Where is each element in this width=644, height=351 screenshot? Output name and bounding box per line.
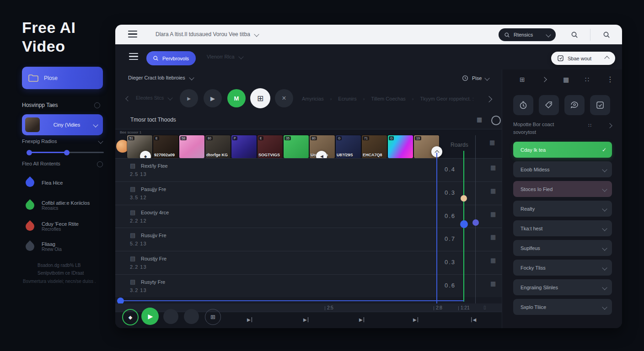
templates-info-icon[interactable] xyxy=(94,102,100,108)
range-slider-handle-min[interactable] xyxy=(27,150,32,155)
skip-back-button[interactable]: ▶ xyxy=(471,317,476,322)
dots-grid-icon[interactable]: ∷ xyxy=(585,76,589,83)
search-button-label: Pervbrovols xyxy=(162,56,189,61)
skip-forward-button[interactable]: ▶ xyxy=(303,317,308,322)
chevron-down-icon xyxy=(602,285,607,290)
profile-select-button[interactable]: Ciny (Vidies xyxy=(22,114,103,135)
sidebar-item-free[interactable]: Flea Hice xyxy=(26,178,63,187)
spark-icon: ◆ xyxy=(129,314,132,320)
sidebar-item-rate[interactable]: Cduy 'Fece Rtite Recrofles xyxy=(26,221,79,232)
style-option[interactable]: Sxplo Tliice xyxy=(513,299,612,315)
spark-button[interactable]: ◆ xyxy=(122,309,139,325)
camera-grid-button[interactable]: ⊞ xyxy=(205,309,221,325)
search-scope-label: Rtensics xyxy=(514,32,543,37)
skip-forward-button[interactable]: ▶ xyxy=(359,317,364,322)
style-option[interactable]: Suplfeus xyxy=(513,240,612,256)
keyframe-dot-indigo[interactable] xyxy=(472,219,479,226)
search-button[interactable]: Pervbrovols xyxy=(146,51,196,65)
style-option-highlight[interactable]: Stoces Io Fied xyxy=(513,181,612,197)
chevron-right-icon[interactable] xyxy=(486,96,492,102)
check-icon: ✓ xyxy=(602,147,606,153)
grid-view-icon[interactable]: ▦ xyxy=(477,116,482,123)
calendar-icon[interactable]: ▦ xyxy=(490,257,496,264)
style-option[interactable]: Realty xyxy=(513,201,612,217)
timeline-track[interactable]: ▤ Rusyty Fre 3.2 13 0.6 ▦ xyxy=(115,274,502,297)
search-scope-select[interactable]: Rtensics xyxy=(499,28,556,41)
magic-button[interactable]: M xyxy=(227,89,246,107)
timeline-track[interactable]: ▤ Eoovrjy 4rce 2.2 12 0.6 ▦ xyxy=(115,205,502,228)
calendar-icon[interactable]: ▦ xyxy=(490,164,496,171)
project-title-select[interactable]: Dlara A ltist.Il tdusaued Vorou Vee titb… xyxy=(156,31,258,37)
clip-thumbnail[interactable]: 35 xyxy=(284,135,309,158)
search-icon[interactable] xyxy=(571,31,578,38)
keyframe-dot-blue[interactable] xyxy=(460,220,468,228)
comment-tool-button[interactable] xyxy=(564,95,585,115)
transport-button-blank-1[interactable] xyxy=(163,309,178,324)
contents-info-icon[interactable] xyxy=(97,161,103,167)
calendar-icon[interactable]: ▦ xyxy=(490,187,496,194)
play-preview-button[interactable]: ▶ xyxy=(204,89,222,107)
style-option[interactable]: Engraiing Slinles xyxy=(513,279,612,295)
chevron-down-icon[interactable] xyxy=(98,138,103,144)
checklist-tool-button[interactable] xyxy=(590,95,610,115)
grid-icon[interactable]: ⊞ xyxy=(520,76,525,83)
clip-thumbnail[interactable]: G xyxy=(388,135,413,158)
chevron-right-icon[interactable] xyxy=(607,123,612,128)
breadcrumb-item[interactable]: Tillem Coechas xyxy=(371,96,405,101)
style-option[interactable]: Tka:t hest xyxy=(513,220,612,236)
style-option[interactable]: Eoob Midess xyxy=(513,161,612,177)
timeline-track[interactable]: ▤ Roustjy Fre 2.2 13 0.3 ▦ xyxy=(115,251,502,274)
save-button[interactable]: Sbae wout xyxy=(551,52,615,65)
skip-forward-button[interactable]: ▶ xyxy=(413,317,418,322)
calendar-icon[interactable]: ▦ xyxy=(490,234,496,240)
sidebar-item-plug[interactable]: Fliaag Rnew Oia xyxy=(26,241,62,252)
keyframe-dot-tan[interactable] xyxy=(461,195,467,202)
library-select[interactable]: Dieger Cract lob Itebroies xyxy=(128,75,193,80)
skip-forward-button[interactable]: ▶ xyxy=(247,317,252,322)
play-button[interactable]: ▶ xyxy=(141,308,159,325)
app-window: Free AI Video Plose Hosvinpp Taes Ciny (… xyxy=(0,0,644,351)
clip-thumbnail[interactable]: GU8?/29S xyxy=(336,135,361,158)
calendar-icon[interactable]: ▦ xyxy=(490,211,496,218)
menu-icon[interactable] xyxy=(128,31,137,37)
record-circle-icon[interactable] xyxy=(491,116,501,125)
clip-thumbnail[interactable]: 71EHCA7Q8 xyxy=(362,135,387,158)
rewind-button[interactable]: ▶ xyxy=(180,89,198,107)
scrubber-line[interactable] xyxy=(119,300,464,301)
top-bar: Dlara A ltist.Il tdusaued Vorou Vee titb… xyxy=(115,25,622,44)
breadcrumb-item[interactable]: Amyricias xyxy=(302,96,324,101)
plans-button[interactable]: Plose xyxy=(22,67,103,89)
clip-thumbnail[interactable]: 80dtorfge KG xyxy=(205,135,231,158)
scenes-select[interactable]: Eleotes Stcs xyxy=(136,95,172,101)
playhead-line-blue[interactable] xyxy=(436,153,437,310)
clip-thumbnail[interactable]: E927002a09 xyxy=(153,135,178,158)
style-option[interactable]: Focky Tliss xyxy=(513,260,612,276)
breadcrumb: Amyricias› Ecrunirs› Tillem Coechas› Tky… xyxy=(302,96,474,101)
chevron-left-icon[interactable] xyxy=(125,96,130,101)
style-option-active[interactable]: Cday lk tea ✓ xyxy=(513,142,612,158)
pace-select[interactable]: Pise xyxy=(462,75,489,81)
clip-thumbnail[interactable]: 58 xyxy=(179,135,204,158)
menu-icon[interactable] xyxy=(129,53,138,60)
timeline-track[interactable]: ▤ Rext/ly Ftee 2.5 13 0.4 ▦ xyxy=(115,158,502,181)
breadcrumb-item[interactable]: Tkyym Geor roppelnct. : xyxy=(420,96,473,101)
chevron-right-icon[interactable] xyxy=(542,77,547,82)
kebab-menu-icon[interactable]: ⋮ xyxy=(606,75,614,84)
timeline-track[interactable]: ▤ Rusujjv Fre 5.2 13 0.7 ▦ xyxy=(115,228,502,251)
calendar-icon[interactable]: ▦ xyxy=(490,280,496,287)
transport-button-blank-2[interactable] xyxy=(184,309,199,324)
sidebar-item-collections[interactable]: Cofibl atlie:e Koriiclos Reoaics xyxy=(26,200,90,211)
close-button[interactable]: × xyxy=(275,89,293,107)
timer-tool-button[interactable] xyxy=(513,95,533,115)
menu-select[interactable]: Vlenorr Rlca xyxy=(207,54,243,59)
range-slider-handle-max[interactable] xyxy=(64,150,70,155)
breadcrumb-item[interactable]: Ecrunirs xyxy=(338,96,356,101)
tag-tool-button[interactable] xyxy=(539,95,559,115)
grid-filled-icon[interactable]: ▦ xyxy=(563,76,569,83)
calendar-icon[interactable]: ▦ xyxy=(489,139,495,146)
clip-thumbnail[interactable]: ESOGTVIGS xyxy=(258,135,283,158)
search-icon[interactable] xyxy=(603,31,610,38)
layout-button[interactable]: ⊞ xyxy=(250,88,270,108)
clip-thumbnail[interactable]: P xyxy=(231,135,257,158)
timeline-track[interactable]: ▤ Pasujjy Fre 3.5 12 0.3 ▦ xyxy=(115,181,502,205)
